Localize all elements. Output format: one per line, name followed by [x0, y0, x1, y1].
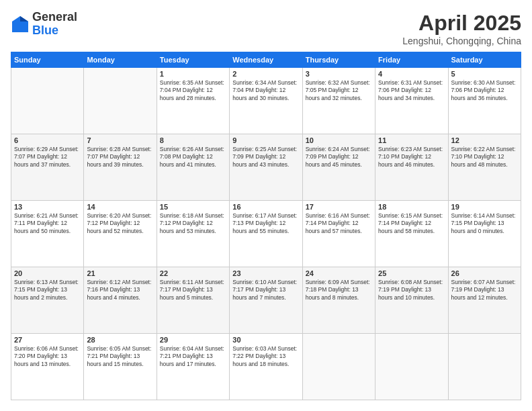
day-number: 25	[378, 269, 445, 277]
logo-blue-text: Blue	[32, 24, 58, 37]
calendar-cell: 14Sunrise: 6:20 AM Sunset: 7:12 PM Dayli…	[84, 201, 157, 267]
calendar-cell	[302, 334, 375, 400]
day-number: 1	[160, 70, 226, 78]
calendar-header-wednesday: Wednesday	[230, 52, 302, 68]
calendar-week-4: 20Sunrise: 6:13 AM Sunset: 7:15 PM Dayli…	[11, 267, 521, 334]
day-info: Sunrise: 6:15 AM Sunset: 7:14 PM Dayligh…	[378, 212, 445, 235]
day-number: 23	[232, 269, 299, 277]
day-number: 5	[451, 70, 518, 78]
svg-rect-2	[12, 21, 28, 32]
day-number: 28	[87, 336, 153, 344]
location: Lengshui, Chongqing, China	[402, 36, 521, 46]
day-info: Sunrise: 6:08 AM Sunset: 7:19 PM Dayligh…	[378, 279, 445, 302]
calendar-cell: 29Sunrise: 6:04 AM Sunset: 7:21 PM Dayli…	[157, 334, 229, 400]
day-info: Sunrise: 6:06 AM Sunset: 7:20 PM Dayligh…	[14, 345, 81, 368]
calendar-header-sunday: Sunday	[11, 52, 84, 68]
calendar-week-1: 1Sunrise: 6:35 AM Sunset: 7:04 PM Daylig…	[11, 68, 521, 134]
day-info: Sunrise: 6:25 AM Sunset: 7:09 PM Dayligh…	[232, 146, 299, 169]
month-title: April 2025	[402, 11, 521, 36]
calendar-week-2: 6Sunrise: 6:29 AM Sunset: 7:07 PM Daylig…	[11, 134, 521, 201]
calendar-cell: 20Sunrise: 6:13 AM Sunset: 7:15 PM Dayli…	[11, 267, 84, 334]
day-number: 21	[87, 269, 153, 277]
calendar-cell: 22Sunrise: 6:11 AM Sunset: 7:17 PM Dayli…	[157, 267, 229, 334]
day-number: 2	[232, 70, 299, 78]
calendar-table: SundayMondayTuesdayWednesdayThursdayFrid…	[11, 52, 521, 400]
calendar-cell: 23Sunrise: 6:10 AM Sunset: 7:17 PM Dayli…	[230, 267, 302, 334]
day-info: Sunrise: 6:26 AM Sunset: 7:08 PM Dayligh…	[160, 146, 226, 169]
calendar-header-saturday: Saturday	[448, 52, 521, 68]
calendar-cell	[448, 334, 521, 400]
day-info: Sunrise: 6:18 AM Sunset: 7:12 PM Dayligh…	[160, 212, 226, 235]
day-number: 6	[14, 136, 81, 144]
day-info: Sunrise: 6:21 AM Sunset: 7:11 PM Dayligh…	[14, 212, 81, 235]
calendar-cell: 21Sunrise: 6:12 AM Sunset: 7:16 PM Dayli…	[84, 267, 157, 334]
day-info: Sunrise: 6:30 AM Sunset: 7:06 PM Dayligh…	[451, 79, 518, 102]
calendar-cell: 10Sunrise: 6:24 AM Sunset: 7:09 PM Dayli…	[302, 134, 375, 201]
calendar-cell: 19Sunrise: 6:14 AM Sunset: 7:15 PM Dayli…	[448, 201, 521, 267]
day-info: Sunrise: 6:03 AM Sunset: 7:22 PM Dayligh…	[232, 345, 299, 368]
day-number: 3	[306, 70, 372, 78]
day-number: 8	[160, 136, 226, 144]
day-info: Sunrise: 6:20 AM Sunset: 7:12 PM Dayligh…	[87, 212, 153, 235]
day-info: Sunrise: 6:32 AM Sunset: 7:05 PM Dayligh…	[306, 79, 372, 102]
day-number: 13	[14, 203, 81, 211]
day-number: 22	[160, 269, 226, 277]
calendar-cell: 2Sunrise: 6:34 AM Sunset: 7:04 PM Daylig…	[230, 68, 302, 134]
calendar-cell: 18Sunrise: 6:15 AM Sunset: 7:14 PM Dayli…	[375, 201, 448, 267]
day-info: Sunrise: 6:16 AM Sunset: 7:14 PM Dayligh…	[306, 212, 372, 235]
day-number: 20	[14, 269, 81, 277]
day-number: 27	[14, 336, 81, 344]
day-number: 4	[378, 70, 445, 78]
calendar-cell: 7Sunrise: 6:28 AM Sunset: 7:07 PM Daylig…	[84, 134, 157, 201]
day-number: 14	[87, 203, 153, 211]
calendar-cell: 26Sunrise: 6:07 AM Sunset: 7:19 PM Dayli…	[448, 267, 521, 334]
day-info: Sunrise: 6:23 AM Sunset: 7:10 PM Dayligh…	[378, 146, 445, 169]
day-info: Sunrise: 6:13 AM Sunset: 7:15 PM Dayligh…	[14, 279, 81, 302]
day-info: Sunrise: 6:04 AM Sunset: 7:21 PM Dayligh…	[160, 345, 226, 368]
calendar-cell: 28Sunrise: 6:05 AM Sunset: 7:21 PM Dayli…	[84, 334, 157, 400]
day-number: 7	[87, 136, 153, 144]
day-info: Sunrise: 6:35 AM Sunset: 7:04 PM Dayligh…	[160, 79, 226, 102]
title-area: April 2025 Lengshui, Chongqing, China	[402, 11, 521, 46]
calendar-header-tuesday: Tuesday	[157, 52, 229, 68]
calendar-cell: 9Sunrise: 6:25 AM Sunset: 7:09 PM Daylig…	[230, 134, 302, 201]
calendar-cell: 13Sunrise: 6:21 AM Sunset: 7:11 PM Dayli…	[11, 201, 84, 267]
calendar-cell: 8Sunrise: 6:26 AM Sunset: 7:08 PM Daylig…	[157, 134, 229, 201]
calendar-cell: 4Sunrise: 6:31 AM Sunset: 7:06 PM Daylig…	[375, 68, 448, 134]
day-info: Sunrise: 6:22 AM Sunset: 7:10 PM Dayligh…	[451, 146, 518, 169]
calendar-cell: 11Sunrise: 6:23 AM Sunset: 7:10 PM Dayli…	[375, 134, 448, 201]
calendar-cell: 15Sunrise: 6:18 AM Sunset: 7:12 PM Dayli…	[157, 201, 229, 267]
day-info: Sunrise: 6:31 AM Sunset: 7:06 PM Dayligh…	[378, 79, 445, 102]
day-number: 9	[232, 136, 299, 144]
calendar-week-3: 13Sunrise: 6:21 AM Sunset: 7:11 PM Dayli…	[11, 201, 521, 267]
calendar-cell: 25Sunrise: 6:08 AM Sunset: 7:19 PM Dayli…	[375, 267, 448, 334]
day-number: 18	[378, 203, 445, 211]
day-number: 16	[232, 203, 299, 211]
calendar-cell: 30Sunrise: 6:03 AM Sunset: 7:22 PM Dayli…	[230, 334, 302, 400]
calendar-cell	[375, 334, 448, 400]
calendar-cell: 5Sunrise: 6:30 AM Sunset: 7:06 PM Daylig…	[448, 68, 521, 134]
day-number: 10	[306, 136, 372, 144]
calendar-cell: 12Sunrise: 6:22 AM Sunset: 7:10 PM Dayli…	[448, 134, 521, 201]
calendar-cell: 1Sunrise: 6:35 AM Sunset: 7:04 PM Daylig…	[157, 68, 229, 134]
calendar-cell	[84, 68, 157, 134]
day-number: 12	[451, 136, 518, 144]
day-info: Sunrise: 6:28 AM Sunset: 7:07 PM Dayligh…	[87, 146, 153, 169]
day-info: Sunrise: 6:05 AM Sunset: 7:21 PM Dayligh…	[87, 345, 153, 368]
logo-general-text: General	[32, 10, 77, 24]
logo-text: General Blue	[32, 11, 77, 38]
svg-marker-1	[20, 16, 28, 21]
calendar-cell: 16Sunrise: 6:17 AM Sunset: 7:13 PM Dayli…	[230, 201, 302, 267]
day-info: Sunrise: 6:12 AM Sunset: 7:16 PM Dayligh…	[87, 279, 153, 302]
day-info: Sunrise: 6:11 AM Sunset: 7:17 PM Dayligh…	[160, 279, 226, 302]
day-info: Sunrise: 6:07 AM Sunset: 7:19 PM Dayligh…	[451, 279, 518, 302]
calendar-cell: 27Sunrise: 6:06 AM Sunset: 7:20 PM Dayli…	[11, 334, 84, 400]
day-number: 19	[451, 203, 518, 211]
day-number: 30	[232, 336, 299, 344]
calendar-cell: 6Sunrise: 6:29 AM Sunset: 7:07 PM Daylig…	[11, 134, 84, 201]
day-number: 17	[306, 203, 372, 211]
calendar-header-row: SundayMondayTuesdayWednesdayThursdayFrid…	[11, 52, 521, 68]
day-number: 24	[306, 269, 372, 277]
calendar-week-5: 27Sunrise: 6:06 AM Sunset: 7:20 PM Dayli…	[11, 334, 521, 400]
day-info: Sunrise: 6:09 AM Sunset: 7:18 PM Dayligh…	[306, 279, 372, 302]
